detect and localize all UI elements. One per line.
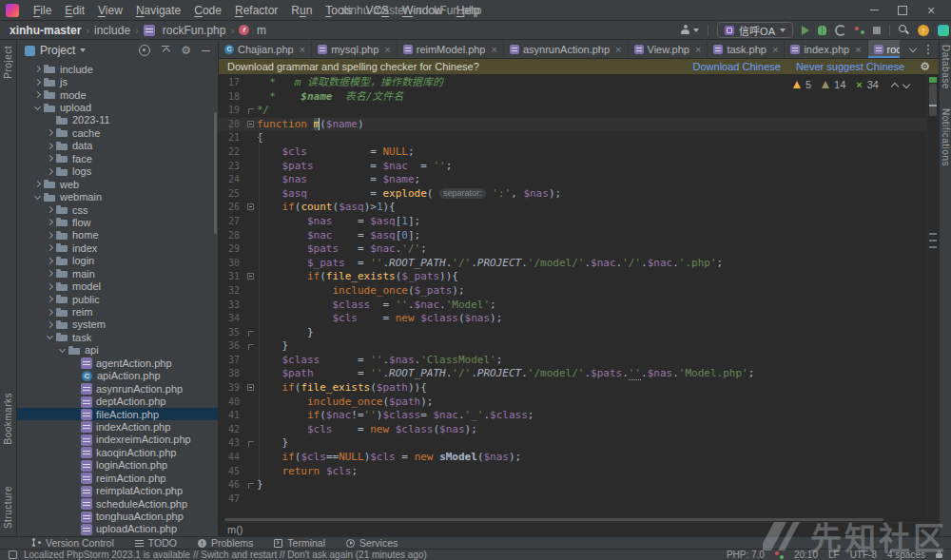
- tab-close-icon[interactable]: ×: [615, 45, 621, 54]
- chevron-right-icon[interactable]: [46, 205, 54, 214]
- caret-position[interactable]: 20:10: [794, 550, 818, 560]
- tree-item-tonghuaaction-php[interactable]: tonghuaAction.php: [17, 510, 218, 522]
- code-line-21[interactable]: 21{: [219, 131, 939, 145]
- code-line-33[interactable]: 33 $class = ''.$nac.'Model';: [219, 299, 939, 313]
- tree-item-home[interactable]: home: [17, 229, 218, 241]
- fold-marker-icon[interactable]: [245, 436, 257, 451]
- tree-item-uploadaction-php[interactable]: uploadAction.php: [17, 523, 218, 535]
- chevron-right-icon[interactable]: [46, 269, 54, 278]
- download-chinese-link[interactable]: Download Chinese: [693, 61, 781, 72]
- tree-item-reimaction-php[interactable]: reimAction.php: [17, 472, 218, 484]
- chevron-right-icon[interactable]: [46, 320, 54, 329]
- breadcrumb-item-include[interactable]: include: [94, 24, 130, 37]
- chevron-down-icon[interactable]: [80, 48, 86, 52]
- toolwindow-button-version-control[interactable]: Version Control: [32, 537, 114, 549]
- menu-view[interactable]: View: [91, 4, 129, 17]
- fold-marker-icon[interactable]: [245, 339, 257, 354]
- toolwindow-stripe-database[interactable]: Database: [941, 45, 951, 89]
- menu-run[interactable]: Run: [284, 4, 319, 17]
- chevron-down-icon[interactable]: [33, 104, 42, 112]
- tab-task-php[interactable]: task.php×: [708, 40, 785, 58]
- chevron-right-icon[interactable]: [33, 65, 42, 73]
- tab-view-php[interactable]: View.php×: [629, 40, 708, 58]
- chevron-right-icon[interactable]: [46, 218, 54, 226]
- chevron-right-icon[interactable]: [46, 231, 54, 240]
- toolwindow-stripe-project[interactable]: Project: [3, 46, 13, 79]
- never-suggest-chinese-link[interactable]: Never suggest Chinese: [796, 61, 904, 72]
- editor-scrollbar-thumb[interactable]: [929, 84, 937, 116]
- tree-item-apiaction-php[interactable]: apiAction.php: [17, 370, 218, 382]
- file-encoding[interactable]: UTF-8: [850, 550, 877, 560]
- menu-file[interactable]: File: [27, 4, 58, 17]
- fold-marker-icon[interactable]: [245, 270, 257, 284]
- run-button[interactable]: [802, 26, 809, 35]
- chevron-down-icon[interactable]: [46, 333, 54, 341]
- minimize-button[interactable]: [860, 1, 888, 20]
- inspections-widget[interactable]: 5 14 × 34: [788, 77, 914, 93]
- code-line-36[interactable]: 36 }: [219, 339, 939, 354]
- code-line-31[interactable]: 31 if(file_exists($_pats)){: [219, 270, 939, 284]
- tree-item-2023-11[interactable]: 2023-11: [17, 114, 218, 126]
- chevron-right-icon[interactable]: [46, 295, 54, 303]
- chevron-right-icon[interactable]: [46, 167, 54, 176]
- line-separator[interactable]: LF: [828, 550, 840, 560]
- code-line-27[interactable]: 27 $nas = $asq[1];: [219, 215, 939, 229]
- horizontal-scrollbar[interactable]: [219, 518, 939, 522]
- tree-item-webmain[interactable]: webmain: [17, 190, 218, 203]
- code-line-47[interactable]: 47: [219, 492, 939, 507]
- tree-item-web[interactable]: web: [17, 178, 218, 190]
- toolwindow-stripe-bookmarks[interactable]: Bookmarks: [3, 393, 13, 445]
- menu-refactor[interactable]: Refactor: [228, 4, 284, 17]
- readonly-lock-icon[interactable]: [936, 553, 942, 558]
- tree-item-include[interactable]: include: [17, 63, 218, 75]
- code-line-38[interactable]: 38 $path = ''.ROOT_PATH.'/'.PROJECT.'/mo…: [219, 367, 939, 381]
- code-line-42[interactable]: 42 $cls = new $class($nas);: [219, 423, 939, 437]
- tab-close-icon[interactable]: ×: [300, 45, 305, 54]
- chevron-right-icon[interactable]: [33, 90, 42, 99]
- user-menu-button[interactable]: [680, 25, 699, 35]
- fold-marker-icon[interactable]: [245, 201, 257, 215]
- debug-button[interactable]: [818, 26, 826, 35]
- menu-navigate[interactable]: Navigate: [129, 4, 187, 17]
- code-line-43[interactable]: 43 }: [219, 436, 939, 451]
- gear-icon[interactable]: ⚙: [181, 46, 191, 55]
- code-line-30[interactable]: 30 $_pats = ''.ROOT_PATH.'/'.PROJECT.'/m…: [219, 257, 939, 271]
- close-button[interactable]: ×: [917, 1, 945, 20]
- run-status-icon[interactable]: [775, 550, 784, 559]
- code-line-46[interactable]: 46}: [219, 478, 939, 492]
- fold-marker-icon[interactable]: [245, 478, 257, 492]
- tab-index-php[interactable]: index.php×: [785, 40, 867, 58]
- chevron-right-icon[interactable]: [46, 142, 54, 150]
- tree-item-indexreimaction-php[interactable]: indexreimAction.php: [17, 434, 218, 446]
- chevron-right-icon[interactable]: [46, 243, 54, 252]
- code-line-44[interactable]: 44 if($cls==NULL)$cls = new sModel($nas)…: [219, 451, 939, 465]
- chevron-right-icon[interactable]: [46, 282, 54, 291]
- project-panel-title[interactable]: Project: [40, 44, 75, 57]
- fold-marker-icon[interactable]: [245, 118, 257, 132]
- tree-item-reimplataction-php[interactable]: reimplatAction.php: [17, 484, 218, 496]
- show-hidden-tabs-icon[interactable]: [909, 46, 916, 52]
- tree-item-js[interactable]: js: [17, 75, 218, 87]
- chevron-down-icon[interactable]: [33, 193, 42, 202]
- code-line-20[interactable]: 20function m($name): [219, 118, 939, 132]
- tree-item-flow[interactable]: flow: [17, 216, 218, 228]
- menu-edit[interactable]: Edit: [58, 4, 91, 17]
- next-problem-icon[interactable]: [902, 82, 909, 88]
- tab-asynrunaction-php[interactable]: asynrunAction.php×: [504, 40, 629, 58]
- notification-settings-icon[interactable]: ⚙: [920, 62, 930, 71]
- fold-marker-icon[interactable]: [245, 326, 257, 340]
- code-editor[interactable]: 17 * m 读取数据模型，操作数据库的18 * $name 表名/文件名19*…: [219, 74, 939, 518]
- tree-item-logs[interactable]: logs: [17, 165, 218, 178]
- indent-size[interactable]: 4 spaces: [887, 550, 925, 560]
- code-line-24[interactable]: 24 $nas = $name;: [219, 173, 939, 187]
- php-version[interactable]: PHP: 7.0: [727, 550, 765, 560]
- menu-code[interactable]: Code: [187, 4, 228, 17]
- select-opened-file-icon[interactable]: [139, 45, 150, 56]
- tab-mysql-php[interactable]: mysql.php×: [312, 40, 398, 58]
- chevron-right-icon[interactable]: [33, 78, 42, 87]
- code-line-41[interactable]: 41 if($nac!='')$class= $nac.'_'.$class;: [219, 409, 939, 423]
- collapse-all-icon[interactable]: [161, 46, 170, 55]
- tab-close-icon[interactable]: ×: [384, 45, 390, 54]
- tree-item-index[interactable]: index: [17, 241, 218, 254]
- toolwindow-button-services[interactable]: Services: [346, 537, 398, 549]
